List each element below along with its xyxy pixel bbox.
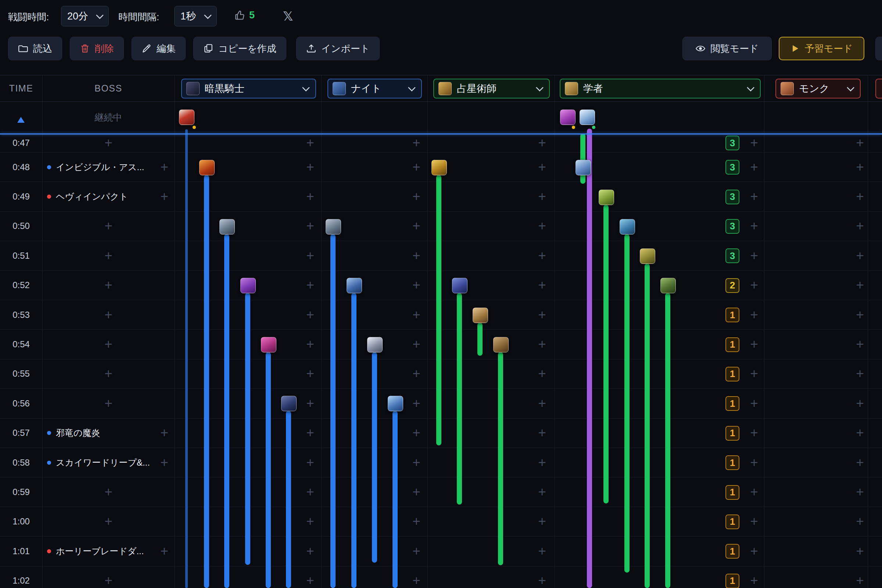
ability-duration-bar[interactable] — [603, 205, 609, 504]
ability-duration-bar[interactable] — [436, 175, 441, 446]
gold-clock-icon[interactable] — [432, 160, 447, 175]
topbar: 戦闘時間: 20分 時間間隔: 1秒 5 𝕏 — [0, 0, 882, 34]
interval-select[interactable]: 1秒 — [174, 6, 217, 27]
thumbs-up-icon — [234, 10, 246, 21]
duration-dot — [193, 126, 196, 129]
x-logo-icon[interactable]: 𝕏 — [283, 9, 293, 24]
duration-dot — [572, 126, 575, 129]
ability-duration-bar[interactable] — [330, 234, 336, 588]
chevron-down-icon — [96, 11, 104, 19]
fey-illumination-icon[interactable] — [620, 219, 635, 234]
current-time-marker[interactable] — [17, 117, 25, 123]
ability-duration-bar[interactable] — [645, 264, 650, 588]
flame-skill-icon[interactable] — [199, 160, 214, 175]
ability-duration-bar[interactable] — [204, 175, 209, 588]
interval-label: 時間間隔: — [118, 10, 159, 24]
battle-time-select[interactable]: 20分 — [61, 6, 109, 27]
ability-bars-layer — [0, 0, 882, 588]
ability-duration-bar[interactable] — [224, 234, 230, 588]
dark-mind-icon[interactable] — [240, 278, 256, 293]
ability-duration-bar[interactable] — [457, 293, 462, 505]
sentinel-knight-icon[interactable] — [346, 278, 362, 293]
ability-duration-bar[interactable] — [393, 411, 398, 588]
dark-missionary-icon[interactable] — [261, 337, 276, 352]
ability-duration-bar[interactable] — [665, 293, 670, 588]
interval-value: 1秒 — [180, 9, 196, 23]
ability-duration-bar[interactable] — [286, 411, 291, 588]
like-count: 5 — [249, 9, 255, 21]
moon-skill-icon[interactable] — [452, 278, 468, 293]
exaltation-icon[interactable] — [472, 308, 488, 323]
current-time-line — [0, 134, 882, 135]
hourglass-icon[interactable] — [179, 110, 194, 125]
ability-duration-bar[interactable] — [266, 352, 271, 588]
duration-dot — [592, 126, 596, 129]
whispering-dawn-icon[interactable] — [598, 190, 614, 205]
battle-time-value: 20分 — [67, 9, 88, 23]
expedient-icon[interactable] — [660, 278, 676, 293]
divine-veil-icon[interactable] — [388, 396, 403, 411]
seraph-icon[interactable] — [579, 110, 595, 125]
rampart-wall-icon[interactable] — [219, 219, 235, 234]
chevron-down-icon — [204, 11, 212, 19]
ongoing-ability-line[interactable] — [185, 129, 188, 588]
rampart-wall-icon[interactable] — [326, 219, 341, 234]
ability-duration-bar[interactable] — [245, 293, 250, 565]
ability-duration-bar[interactable] — [498, 352, 503, 565]
ability-duration-bar[interactable] — [624, 234, 630, 573]
sacred-soil-icon[interactable] — [640, 248, 655, 264]
ability-duration-bar[interactable] — [587, 129, 592, 588]
nebula-figure-icon[interactable] — [281, 396, 297, 411]
like-button[interactable]: 5 — [234, 9, 255, 21]
ability-duration-bar[interactable] — [477, 322, 483, 356]
ability-duration-bar[interactable] — [580, 134, 585, 184]
ability-duration-bar[interactable] — [372, 352, 377, 562]
consolation-icon[interactable] — [576, 160, 591, 175]
battle-time-label: 戦闘時間: — [8, 10, 49, 24]
macrocosmos-icon[interactable] — [493, 337, 508, 352]
fairy-illumination-icon[interactable] — [560, 110, 576, 125]
ability-duration-bar[interactable] — [351, 293, 357, 588]
passage-of-arms-icon[interactable] — [367, 337, 382, 352]
